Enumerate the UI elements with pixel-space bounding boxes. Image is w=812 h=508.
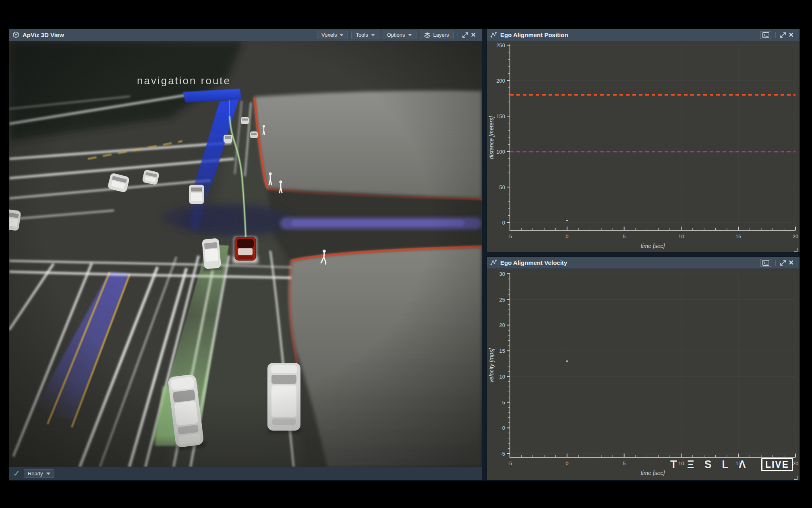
voxels-button-label: Voxels xyxy=(321,32,337,38)
scatter-plot-icon xyxy=(490,31,497,38)
options-button[interactable]: Options xyxy=(383,31,416,39)
svg-text:0: 0 xyxy=(566,460,568,466)
tools-button[interactable]: Tools xyxy=(351,31,379,39)
position-chart-area: 050100150200250-505101520time [sec]dista… xyxy=(487,41,800,254)
svg-text:25: 25 xyxy=(499,297,505,303)
scatter-plot-icon xyxy=(490,259,497,266)
tesla-watermark: T Ξ S L Λ LIVE xyxy=(670,458,793,471)
layers-button-label: Layers xyxy=(433,32,449,38)
resize-handle[interactable] xyxy=(794,476,798,480)
svg-text:-5: -5 xyxy=(508,460,512,466)
svg-text:5: 5 xyxy=(502,400,505,406)
tesla-logo-letters: T Ξ S L Λ xyxy=(670,458,746,471)
console-icon[interactable] xyxy=(760,259,771,267)
svg-text:5: 5 xyxy=(623,233,626,239)
expand-icon[interactable] xyxy=(780,32,786,38)
svg-text:0: 0 xyxy=(502,425,505,431)
toolbar-separator xyxy=(775,32,776,38)
chevron-down-icon xyxy=(340,34,344,36)
layers-button[interactable]: Layers xyxy=(420,31,454,39)
viewer-statusbar: ✓ Ready xyxy=(9,467,482,480)
panel-title: Ego Alignment Position xyxy=(500,31,568,38)
close-icon[interactable]: ✕ xyxy=(786,31,796,39)
console-icon[interactable] xyxy=(760,31,771,39)
svg-text:30: 30 xyxy=(499,271,505,277)
apviz-3d-panel: ApViz 3D View Voxels Tools Options Layer… xyxy=(9,29,482,480)
svg-text:distance [meters]: distance [meters] xyxy=(488,116,495,159)
live-badge: LIVE xyxy=(761,458,793,471)
close-icon[interactable]: ✕ xyxy=(468,31,478,39)
svg-text:150: 150 xyxy=(496,113,505,119)
chevron-down-icon xyxy=(371,34,375,36)
svg-text:-5: -5 xyxy=(500,451,505,457)
3d-viewport[interactable]: navigation route xyxy=(9,41,482,467)
resize-handle[interactable] xyxy=(794,248,798,252)
options-button-label: Options xyxy=(387,32,405,38)
toolbar-separator xyxy=(458,32,458,38)
close-icon[interactable]: ✕ xyxy=(786,259,796,266)
svg-text:0: 0 xyxy=(566,233,568,239)
ready-dropdown-label: Ready xyxy=(28,471,43,477)
navigation-route-label: navigation route xyxy=(137,75,231,87)
check-icon: ✓ xyxy=(13,469,20,478)
cube-icon xyxy=(12,31,19,38)
apviz-panel-header[interactable]: ApViz 3D View Voxels Tools Options Layer… xyxy=(9,29,482,41)
svg-text:time [sec]: time [sec] xyxy=(641,470,665,476)
svg-text:15: 15 xyxy=(735,233,741,239)
workspace: ApViz 3D View Voxels Tools Options Layer… xyxy=(9,29,800,481)
svg-text:200: 200 xyxy=(496,78,505,84)
svg-text:50: 50 xyxy=(499,184,505,190)
svg-text:20: 20 xyxy=(793,233,798,239)
position-panel-header[interactable]: Ego Alignment Position ✕ xyxy=(487,29,800,41)
svg-text:-5: -5 xyxy=(508,233,512,239)
svg-text:15: 15 xyxy=(499,348,505,354)
velocity-panel-header[interactable]: Ego Alignment Velocity ✕ xyxy=(487,257,800,269)
svg-text:250: 250 xyxy=(496,42,505,48)
toolbar-separator xyxy=(775,260,776,266)
svg-text:0: 0 xyxy=(502,220,505,226)
vignette xyxy=(9,41,482,467)
svg-text:velocity [mps]: velocity [mps] xyxy=(488,348,495,383)
ready-dropdown[interactable]: Ready xyxy=(24,469,54,478)
ego-alignment-position-panel: Ego Alignment Position ✕ 050100150200250… xyxy=(487,29,800,252)
velocity-chart-area: -5051015202530-505101520time [sec]veloci… xyxy=(487,269,800,482)
3d-scene-canvas[interactable] xyxy=(9,41,482,467)
svg-text:time [sec]: time [sec] xyxy=(641,243,665,249)
chevron-down-icon xyxy=(46,473,50,475)
svg-text:20: 20 xyxy=(499,322,505,328)
svg-text:10: 10 xyxy=(499,374,505,380)
layers-icon xyxy=(424,32,431,38)
svg-text:10: 10 xyxy=(678,233,684,239)
svg-text:5: 5 xyxy=(623,460,626,466)
velocity-chart[interactable]: -5051015202530-505101520time [sec]veloci… xyxy=(487,269,800,480)
expand-icon[interactable] xyxy=(462,32,468,38)
svg-text:100: 100 xyxy=(496,149,505,155)
svg-text:20: 20 xyxy=(793,460,798,466)
panel-title: ApViz 3D View xyxy=(23,31,64,38)
position-chart[interactable]: 050100150200250-505101520time [sec]dista… xyxy=(487,41,800,252)
app-window: ApViz 3D View Voxels Tools Options Layer… xyxy=(0,0,812,508)
panel-title: Ego Alignment Velocity xyxy=(500,259,567,266)
voxels-button[interactable]: Voxels xyxy=(317,31,348,39)
tools-button-label: Tools xyxy=(356,32,368,38)
chevron-down-icon xyxy=(408,34,412,36)
ego-alignment-velocity-panel: Ego Alignment Velocity ✕ -5051015202530-… xyxy=(487,257,800,480)
expand-icon[interactable] xyxy=(780,260,786,266)
